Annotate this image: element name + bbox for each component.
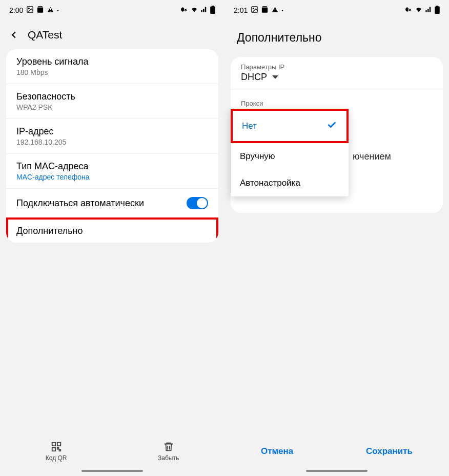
row-subtitle: WPA2 PSK (16, 103, 208, 111)
chevron-down-icon (272, 75, 278, 79)
bag-icon (261, 6, 269, 15)
form-label: Параметры IP (241, 63, 433, 71)
security-row[interactable]: Безопасность WPA2 PSK (6, 84, 218, 119)
status-bar: 2:00 • (0, 0, 224, 21)
trash-icon (163, 441, 174, 452)
row-title: Дополнительно (16, 226, 208, 236)
signal-icon (425, 6, 433, 15)
status-left: 2:00 • (9, 6, 59, 15)
svg-rect-12 (436, 6, 439, 7)
warning-icon (47, 6, 54, 15)
bag-icon (36, 6, 44, 15)
svg-point-1 (29, 8, 30, 9)
network-details-card: Уровень сигнала 180 Mbps Безопасность WP… (6, 49, 218, 243)
auto-connect-toggle[interactable] (187, 197, 208, 209)
signal-strength-row[interactable]: Уровень сигнала 180 Mbps (6, 49, 218, 84)
status-time: 2:00 (9, 6, 23, 14)
option-label: Нет (242, 121, 257, 131)
ip-address-row[interactable]: IP-адрес 192.168.10.205 (6, 119, 218, 154)
proxy-option-manual[interactable]: Вручную (231, 143, 349, 170)
row-link: MAC-адрес телефона (16, 173, 208, 181)
svg-rect-6 (52, 448, 55, 451)
proxy-dropdown-popup: Нет Вручную Автонастройка (231, 109, 349, 196)
obscured-text: ючением (353, 151, 391, 162)
svg-rect-5 (57, 443, 60, 446)
qr-icon (51, 441, 62, 452)
proxy-option-none[interactable]: Нет (231, 109, 349, 143)
back-icon[interactable] (8, 29, 19, 41)
qr-action[interactable]: Код QR (46, 441, 67, 462)
row-title: IP-адрес (16, 126, 208, 137)
row-title: Подключаться автоматически (16, 198, 144, 209)
svg-rect-4 (52, 443, 55, 446)
status-time: 2:01 (234, 6, 248, 14)
page-title: Дополнительно (237, 31, 437, 45)
ip-params-dropdown[interactable]: DHCP (241, 72, 433, 83)
battery-icon (435, 6, 440, 15)
status-bar: 2:01 • (224, 0, 449, 21)
svg-rect-7 (57, 448, 58, 449)
divider (231, 89, 443, 89)
advanced-row[interactable]: Дополнительно (6, 217, 218, 243)
save-button[interactable]: Сохранить (356, 441, 423, 462)
nav-indicator[interactable] (81, 470, 143, 472)
auto-connect-row[interactable]: Подключаться автоматически (6, 189, 218, 217)
option-label: Вручную (240, 151, 275, 162)
cancel-button[interactable]: Отмена (251, 441, 303, 462)
status-right (180, 6, 215, 15)
dot-icon: • (281, 8, 283, 13)
header: QATest (0, 21, 224, 49)
page-title: QATest (28, 29, 62, 41)
proxy-option-auto[interactable]: Автонастройка (231, 170, 349, 196)
phone-right: 2:01 • Дополнительно Параметры IP DHCP (224, 0, 449, 476)
forget-action[interactable]: Забыть (158, 441, 179, 462)
bottom-actions: Код QR Забыть (0, 441, 224, 462)
image-icon (26, 6, 34, 15)
dot-icon: • (57, 8, 59, 13)
form-label: Прокси (241, 100, 433, 107)
svg-rect-11 (435, 6, 440, 13)
row-title: Безопасность (16, 91, 208, 102)
action-label: Код QR (46, 454, 67, 462)
option-label: Автонастройка (240, 178, 300, 188)
row-subtitle: 192.168.10.205 (16, 138, 208, 146)
dropdown-value: DHCP (241, 72, 267, 83)
wifi-icon (190, 6, 198, 15)
svg-rect-8 (59, 450, 60, 451)
row-title: Тип MAC-адреса (16, 161, 208, 172)
wifi-icon (415, 6, 423, 15)
mute-icon (180, 6, 188, 15)
mute-icon (405, 6, 413, 15)
signal-icon (200, 6, 208, 15)
phone-left: 2:00 • QATest Уровень сигнала 180 Mbps Б… (0, 0, 224, 476)
image-icon (251, 6, 258, 15)
battery-icon (210, 6, 215, 15)
proxy-section: Прокси (231, 93, 443, 110)
ip-params-section: Параметры IP DHCP (231, 57, 443, 85)
row-subtitle: 180 Mbps (16, 68, 208, 76)
svg-point-10 (253, 8, 254, 9)
row-title: Уровень сигнала (16, 56, 208, 67)
svg-rect-2 (210, 6, 215, 13)
svg-rect-3 (212, 6, 214, 7)
header: Дополнительно (224, 21, 449, 57)
footer-buttons: Отмена Сохранить (224, 441, 449, 462)
nav-indicator[interactable] (306, 470, 368, 472)
status-left: 2:01 • (234, 6, 283, 15)
switch-thumb (197, 198, 207, 208)
mac-type-row[interactable]: Тип MAC-адреса MAC-адрес телефона (6, 154, 218, 189)
check-icon (326, 119, 337, 133)
warning-icon (271, 6, 279, 15)
action-label: Забыть (158, 454, 179, 462)
status-right (405, 6, 440, 15)
